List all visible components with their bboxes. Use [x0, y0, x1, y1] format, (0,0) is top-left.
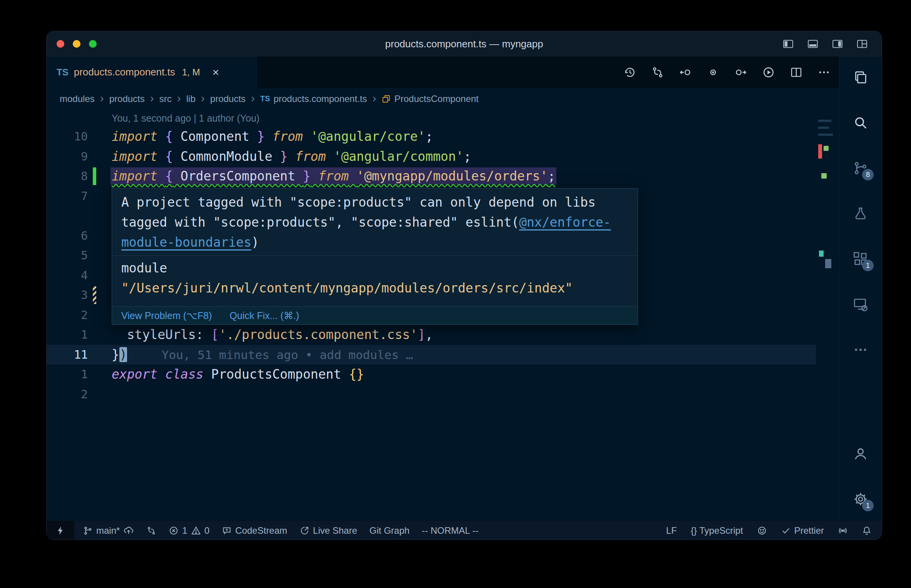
gutter-modified-indicator — [93, 286, 96, 304]
compare-changes-icon[interactable] — [651, 66, 664, 79]
more-views-icon[interactable] — [849, 338, 872, 361]
notifications-bell-icon[interactable] — [862, 526, 872, 536]
codestream-status[interactable]: CodeStream — [222, 525, 287, 536]
more-actions-icon[interactable] — [817, 66, 831, 79]
split-editor-icon[interactable] — [790, 66, 803, 79]
git-branch-status[interactable]: main* — [83, 525, 134, 536]
timeline-history-icon[interactable] — [623, 66, 636, 79]
codestream-icon — [222, 526, 232, 536]
code-text: })You, 51 minutes ago • add modules … — [112, 345, 413, 365]
warning-count: 0 — [204, 525, 209, 536]
code-line[interactable]: 2 — [47, 384, 816, 404]
next-change-icon[interactable] — [734, 66, 747, 79]
line-number: 8 — [47, 166, 88, 186]
minimap-line — [818, 127, 829, 129]
code-line[interactable]: 9import { CommonModule } from '@angular/… — [47, 147, 816, 167]
search-icon[interactable] — [849, 111, 872, 134]
minimap-added-mark — [821, 173, 827, 179]
gitlens-compare-status[interactable] — [146, 526, 156, 536]
broadcast-icon[interactable] — [838, 526, 848, 536]
code-line[interactable]: 1 styleUrls: ['./products.component.css'… — [47, 325, 816, 345]
code-text: import { CommonModule } from '@angular/c… — [112, 147, 471, 167]
prettier-status[interactable]: Prettier — [781, 525, 824, 536]
overview-ruler-mark — [825, 259, 831, 268]
breadcrumb-separator: › — [177, 92, 181, 105]
minimap-line — [818, 120, 831, 122]
ts-file-icon: TS — [260, 94, 270, 103]
breadcrumb-item[interactable]: TSproducts.component.ts — [260, 94, 367, 104]
breadcrumb-label: modules — [60, 94, 95, 104]
tab-bar: TS products.component.ts 1, M × — [47, 57, 839, 88]
remote-indicator[interactable] — [47, 521, 74, 540]
code-line[interactable]: 10import { Component } from '@angular/co… — [47, 127, 816, 147]
hover-status-bar: View Problem (⌥F8) Quick Fix... (⌘.) — [112, 306, 638, 324]
line-number: 4 — [47, 266, 88, 286]
warning-icon — [191, 526, 201, 536]
toggle-primary-sidebar-icon[interactable] — [782, 38, 794, 50]
run-file-icon[interactable] — [762, 66, 775, 79]
settings-gear-icon[interactable]: 1 — [849, 488, 872, 511]
tab-products-component[interactable]: TS products.component.ts 1, M × — [47, 57, 258, 88]
compare-branch-icon — [146, 526, 156, 536]
error-count: 1 — [182, 525, 187, 536]
error-highlight-range: import { OrdersComponent } from '@myngap… — [112, 169, 555, 184]
line-number: 2 — [47, 305, 88, 325]
code-line[interactable]: 1export class ProductsComponent {} — [47, 364, 816, 384]
quick-fix-action[interactable]: Quick Fix... (⌘.) — [229, 310, 299, 321]
error-icon — [169, 526, 179, 536]
breadcrumb-label: products.component.ts — [273, 94, 367, 104]
breadcrumb-separator: › — [251, 92, 255, 105]
breadcrumb-item[interactable]: products — [210, 94, 246, 104]
live-share-label: Live Share — [313, 525, 357, 536]
editor[interactable]: You, 1 second ago | 1 author (You) 10imp… — [47, 110, 839, 521]
git-graph-status[interactable]: Git Graph — [370, 525, 410, 536]
extensions-icon[interactable]: 1 — [849, 247, 872, 271]
editor-actions — [623, 57, 831, 88]
check-icon — [781, 526, 791, 536]
breadcrumb-label: products — [109, 94, 145, 104]
close-tab-icon[interactable]: × — [212, 66, 219, 79]
code-line[interactable]: 11})You, 51 minutes ago • add modules … — [47, 345, 816, 365]
code-line[interactable]: 8import { OrdersComponent } from '@mynga… — [47, 166, 816, 186]
language-status[interactable]: {} TypeScript — [691, 525, 743, 536]
line-number: 7 — [47, 186, 88, 206]
customize-layout-icon[interactable] — [856, 38, 868, 50]
breadcrumb-item[interactable]: src — [159, 94, 172, 104]
breadcrumb-item[interactable]: lib — [186, 94, 196, 104]
test-beaker-icon[interactable] — [849, 202, 872, 225]
toggle-panel-icon[interactable] — [807, 38, 819, 50]
remote-indicator-icon — [55, 526, 65, 536]
code-text: export class ProductsComponent {} — [112, 364, 364, 384]
breadcrumb-label: products — [210, 94, 246, 104]
view-problem-action[interactable]: View Problem (⌥F8) — [121, 310, 212, 321]
breadcrumb-item[interactable]: modules — [60, 94, 95, 104]
vim-mode-status: -- NORMAL -- — [422, 525, 479, 536]
line-number: 10 — [47, 127, 88, 147]
toggle-secondary-sidebar-icon[interactable] — [832, 38, 843, 50]
minimap[interactable] — [817, 110, 837, 341]
previous-change-icon[interactable] — [679, 66, 692, 79]
breadcrumb-item[interactable]: products — [109, 94, 145, 104]
breadcrumb-item[interactable]: ProductsComponent — [382, 94, 479, 104]
codelens-authors[interactable]: You, 1 second ago | 1 author (You) — [112, 110, 260, 127]
eol-status[interactable]: LF — [666, 525, 677, 536]
hover-module-label: module — [121, 258, 628, 278]
line-number: 1 — [47, 325, 88, 345]
problems-status[interactable]: 1 0 — [169, 525, 209, 536]
git-branch-icon — [83, 526, 93, 536]
remote-explorer-icon[interactable] — [849, 293, 872, 316]
explorer-icon[interactable] — [849, 66, 872, 89]
account-icon[interactable] — [849, 442, 872, 465]
source-control-icon[interactable]: 8 — [849, 157, 872, 180]
live-share-status[interactable]: Live Share — [300, 525, 357, 536]
breadcrumb: modules›products›src›lib›products›TSprod… — [47, 88, 839, 110]
settings-badge: 1 — [862, 500, 874, 511]
problem-hover: A project tagged with "scope:products" c… — [112, 188, 638, 325]
current-change-icon[interactable] — [707, 66, 720, 79]
feedback-smiley-icon[interactable] — [757, 526, 767, 536]
source-control-badge: 8 — [862, 169, 874, 180]
code-text: import { OrdersComponent } from '@myngap… — [112, 166, 555, 186]
tab-status-badge: 1, M — [182, 67, 200, 78]
gutter-added-indicator — [93, 167, 96, 185]
class-symbol-icon — [382, 94, 391, 104]
